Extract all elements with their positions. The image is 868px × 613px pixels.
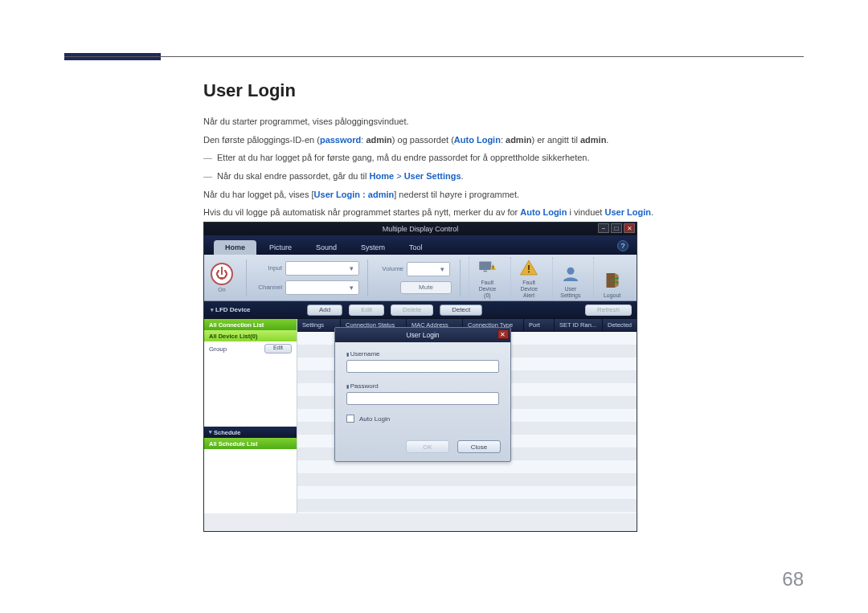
user-login-dialog: User Login ✕ Username Password [334,327,511,462]
detect-button[interactable]: Detect [440,304,482,316]
auto-login-label: Auto Login [359,415,390,423]
input-select[interactable]: ▾ [285,261,359,276]
svg-marker-10 [615,273,619,288]
password-label: Password [346,382,499,390]
dialog-close-button[interactable]: ✕ [497,329,509,339]
channel-select[interactable]: ▾ [285,280,359,295]
fault-device-button[interactable]: Fault Device (0) [469,257,506,299]
sidebar: All Connection List All Device List(0) G… [204,319,297,513]
header-rule [64,56,804,57]
logout-button[interactable]: Logout [593,257,630,299]
input-label: Input [255,264,285,272]
dialog-close-text-button[interactable]: Close [457,440,501,453]
delete-button[interactable]: Delete [391,304,433,316]
maximize-button[interactable]: □ [611,223,622,233]
svg-rect-6 [528,265,530,270]
para-autologin: Hvis du vil logge på automatisk når prog… [203,205,653,220]
svg-rect-0 [480,262,492,271]
door-icon [602,270,623,291]
tab-home[interactable]: Home [214,240,256,255]
para-status: Når du har logget på, vises [User Login … [203,187,653,202]
username-input[interactable] [346,360,499,373]
tab-sound[interactable]: Sound [305,240,348,255]
page-title: User Login [203,80,653,101]
sidebar-all-connection[interactable]: All Connection List [204,319,297,330]
svg-rect-4 [493,269,493,270]
auto-login-checkbox[interactable] [346,415,354,423]
app-title: Multiple Display Control [383,225,459,233]
sidebar-group-row: Group Edit [204,341,297,356]
ribbon: ⏻ On Input ▾ Channel ▾ Volume ▾ [204,255,637,301]
main-tabs: Home Picture Sound System Tool ? [204,235,637,255]
channel-label: Channel [255,284,285,291]
user-icon [560,264,581,284]
data-table-area: Settings Connection Status MAC Address C… [297,319,637,513]
sidebar-all-schedule[interactable]: All Schedule List [204,438,297,449]
lfd-device-header[interactable]: LFD Device [204,306,299,313]
power-icon[interactable]: ⏻ [211,263,233,285]
ok-button[interactable]: OK [406,440,449,453]
tab-system[interactable]: System [350,240,396,255]
para-intro: Når du starter programmet, vises påloggi… [203,114,653,129]
th-setid[interactable]: SET ID Ran... [555,319,603,331]
edit-button[interactable]: Edit [349,304,384,316]
user-settings-button[interactable]: User Settings [552,257,589,299]
password-input[interactable] [346,392,499,405]
sidebar-schedule-header[interactable]: Schedule [204,427,297,438]
mute-button[interactable]: Mute [400,281,452,294]
tab-tool[interactable]: Tool [398,240,434,255]
group-edit-button[interactable]: Edit [264,344,292,353]
page-number: 68 [782,568,804,591]
power-label: On [218,287,225,292]
th-port[interactable]: Port [524,319,555,331]
username-label: Username [346,350,499,358]
sidebar-group-label: Group [209,345,227,353]
volume-label: Volume [376,265,407,272]
note-change-password: Etter at du har logget på for første gan… [203,150,653,166]
svg-rect-1 [484,271,488,272]
volume-field[interactable]: ▾ [407,262,450,276]
warning-icon [518,257,539,278]
device-toolbar: LFD Device Add Edit Delete Detect Refres… [204,301,637,319]
svg-rect-7 [528,272,530,273]
refresh-button[interactable]: Refresh [585,304,632,316]
tab-picture[interactable]: Picture [258,240,303,255]
help-button[interactable]: ? [617,240,628,251]
sidebar-all-devices[interactable]: All Device List(0) [204,330,297,341]
svg-point-8 [567,268,574,275]
add-button[interactable]: Add [307,304,342,316]
svg-rect-3 [493,266,493,268]
dialog-title: User Login ✕ [335,328,510,342]
th-detected[interactable]: Detected [603,319,637,331]
app-screenshot: Multiple Display Control − □ ✕ Home Pict… [203,222,637,532]
monitor-warning-icon [477,257,497,278]
para-defaults: Den første påloggings-ID-en (password: a… [203,133,653,148]
minimize-button[interactable]: − [598,223,609,233]
app-titlebar: Multiple Display Control − □ ✕ [204,223,637,235]
fault-alert-button[interactable]: Fault Device Alert [510,257,547,299]
note-path: Når du skal endre passordet, går du til … [203,169,653,184]
close-button[interactable]: ✕ [624,223,635,233]
